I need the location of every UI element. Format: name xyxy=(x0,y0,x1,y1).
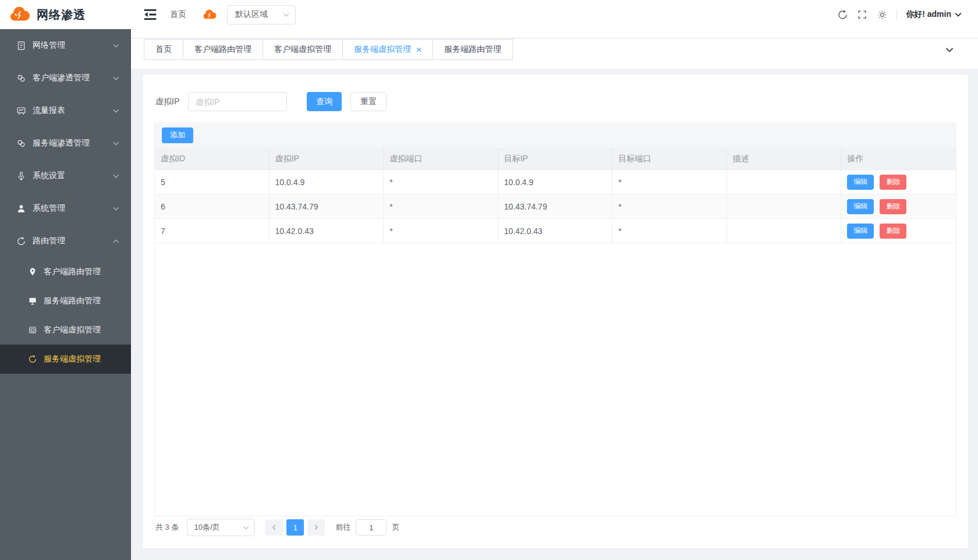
chevron-down-icon xyxy=(283,13,289,17)
tab-client-virtual-management[interactable]: 客户端虚拟管理 xyxy=(263,39,343,60)
cell-virtual-ip: 10.0.4.9 xyxy=(270,170,384,194)
microphone-icon xyxy=(16,171,26,181)
sync-icon xyxy=(28,355,37,364)
edit-button[interactable]: 编辑 xyxy=(847,175,874,190)
delete-button[interactable]: 删除 xyxy=(880,224,906,239)
cell-virtual-id: 5 xyxy=(155,170,270,194)
delete-button[interactable]: 删除 xyxy=(880,199,906,214)
goto-page-input[interactable] xyxy=(356,519,387,536)
divider xyxy=(897,9,897,20)
virtual-ip-label: 虚拟IP xyxy=(155,97,179,107)
sidebar-item-traffic-report[interactable]: 流量报表 xyxy=(0,94,131,127)
chevron-down-icon xyxy=(113,174,119,178)
pagination: 共 3 条 10条/页 1 前往 页 xyxy=(155,518,399,537)
header-cell-description: 描述 xyxy=(727,148,842,170)
edit-button[interactable]: 编辑 xyxy=(847,224,874,239)
cell-target-port: * xyxy=(612,170,727,194)
table-toolbar: 添加 xyxy=(155,122,956,148)
header-cell-virtual-ip: 虚拟IP xyxy=(270,148,384,170)
page-size-value: 10条/页 xyxy=(194,522,219,533)
tab-close-icon[interactable] xyxy=(416,47,421,52)
table-zone: 添加 虚拟ID 虚拟IP 虚拟端口 目标IP 目标端口 描述 操作 5 10.0… xyxy=(154,122,956,516)
breadcrumb-home[interactable]: 首页 xyxy=(170,9,186,20)
link-rings-icon xyxy=(16,139,26,148)
cell-target-ip: 10.0.4.9 xyxy=(498,170,613,194)
cell-target-ip: 10.43.74.79 xyxy=(498,194,613,219)
chevron-down-icon xyxy=(113,141,119,146)
header-cell-target-port: 目标端口 xyxy=(612,148,727,170)
chevron-down-icon xyxy=(113,44,119,48)
chevron-down-icon xyxy=(113,207,119,211)
virtual-ip-input[interactable] xyxy=(188,92,287,111)
tab-client-route-management[interactable]: 客户端路由管理 xyxy=(183,39,263,60)
region-select[interactable]: 默认区域 xyxy=(227,5,296,24)
query-button[interactable]: 查询 xyxy=(307,92,342,111)
cell-actions: 编辑 删除 xyxy=(841,219,956,243)
sidebar-item-server-virtual-management[interactable]: 服务端虚拟管理 xyxy=(0,345,131,374)
cell-virtual-ip: 10.42.0.43 xyxy=(270,219,384,243)
table-row: 5 10.0.4.9 * 10.0.4.9 * 编辑 删除 xyxy=(155,170,956,194)
page-size-select[interactable]: 10条/页 xyxy=(187,519,255,536)
app-logo: 网络渗透 xyxy=(0,0,131,29)
page-number-button[interactable]: 1 xyxy=(286,519,304,536)
sidebar-item-network-management[interactable]: 网络管理 xyxy=(0,29,131,62)
monitor-icon xyxy=(28,296,37,306)
edit-button[interactable]: 编辑 xyxy=(847,199,874,214)
table-empty-space xyxy=(155,243,956,516)
chevron-up-icon xyxy=(113,239,119,243)
location-pin-icon xyxy=(28,267,37,277)
greeting-text: 你好! admin xyxy=(906,9,951,20)
tab-home[interactable]: 首页 xyxy=(144,39,183,60)
chevron-down-icon xyxy=(955,12,962,17)
header-cell-virtual-port: 虚拟端口 xyxy=(384,148,498,170)
chevron-down-icon xyxy=(113,109,119,113)
header-cell-virtual-id: 虚拟ID xyxy=(155,148,270,170)
top-header: 首页 默认区域 你好! admin xyxy=(131,0,978,38)
goto-unit: 页 xyxy=(392,522,399,533)
search-form: 虚拟IP 查询 重置 xyxy=(155,92,956,111)
cell-actions: 编辑 删除 xyxy=(841,170,956,194)
cell-target-ip: 10.42.0.43 xyxy=(498,219,613,243)
delete-button[interactable]: 删除 xyxy=(880,175,906,190)
cell-virtual-port: * xyxy=(384,219,498,243)
cell-description xyxy=(727,170,842,194)
link-rings-icon xyxy=(16,73,26,83)
tab-server-virtual-management[interactable]: 服务端虚拟管理 xyxy=(343,39,433,60)
table-row: 6 10.43.74.79 * 10.43.74.79 * 编辑 删除 xyxy=(155,194,956,219)
header-cell-actions: 操作 xyxy=(841,148,956,170)
sidebar-item-client-route-management[interactable]: 客户端路由管理 xyxy=(0,257,131,286)
sidebar-item-client-virtual-management[interactable]: 客户端虚拟管理 xyxy=(0,316,131,345)
collapse-sidebar-icon[interactable] xyxy=(143,8,158,21)
theme-sun-icon[interactable] xyxy=(876,9,888,20)
cell-target-port: * xyxy=(612,219,727,243)
sidebar-item-server-route-management[interactable]: 服务端路由管理 xyxy=(0,286,131,316)
prev-page-button[interactable] xyxy=(265,519,283,536)
cloud-icon[interactable] xyxy=(201,9,217,21)
reset-button[interactable]: 重置 xyxy=(350,92,387,111)
brand-cloud-icon xyxy=(7,5,31,24)
sidebar-item-server-pentest-management[interactable]: 服务端渗透管理 xyxy=(0,127,131,160)
add-button[interactable]: 添加 xyxy=(162,127,193,143)
pagination-total: 共 3 条 xyxy=(155,522,179,533)
user-menu[interactable]: 你好! admin xyxy=(906,9,962,20)
fullscreen-icon[interactable] xyxy=(856,9,868,20)
sidebar-item-system-settings[interactable]: 系统设置 xyxy=(0,160,131,192)
chevron-down-icon xyxy=(243,526,249,530)
region-select-value: 默认区域 xyxy=(235,9,268,20)
sidebar-item-system-management[interactable]: 系统管理 xyxy=(0,192,131,225)
tab-server-route-management[interactable]: 服务端路由管理 xyxy=(433,39,513,60)
main-area: 虚拟IP 查询 重置 添加 虚拟ID 虚拟IP 虚拟端口 目标IP 目标端口 描… xyxy=(131,69,978,560)
document-icon xyxy=(16,41,26,51)
chevron-down-icon xyxy=(113,76,119,80)
sidebar-item-client-pentest-management[interactable]: 客户端渗透管理 xyxy=(0,62,131,94)
chart-board-icon xyxy=(16,106,26,116)
sidebar-item-route-management[interactable]: 路由管理 xyxy=(0,225,131,257)
sidebar: 网络渗透 网络管理 客户端渗透管理 流量报表 服务端渗透管理 系统设置 xyxy=(0,0,131,560)
cell-description xyxy=(727,219,842,243)
cell-virtual-port: * xyxy=(384,194,498,219)
cell-virtual-id: 7 xyxy=(155,219,270,243)
tabs-dropdown-chevron-icon[interactable] xyxy=(945,47,954,52)
app-title: 网络渗透 xyxy=(37,7,86,23)
refresh-icon[interactable] xyxy=(837,9,848,20)
next-page-button[interactable] xyxy=(307,519,325,536)
